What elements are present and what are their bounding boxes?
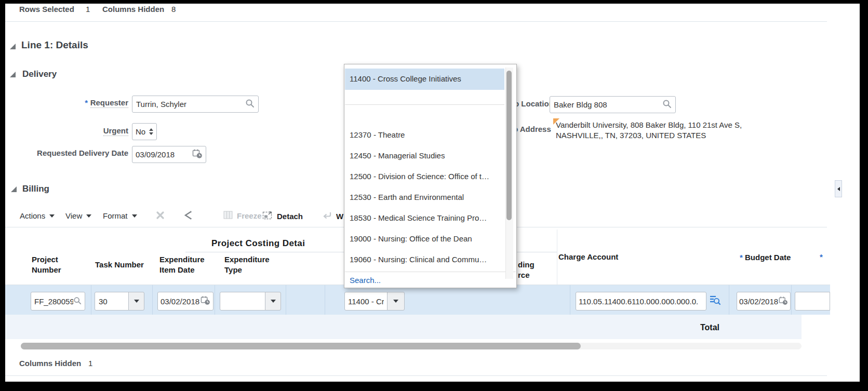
requested-delivery-date-input[interactable]: 03/09/2018 — [132, 146, 206, 163]
col-expenditure-item-date[interactable]: ExpenditureItem Date — [159, 254, 205, 275]
deliver-to-location-input[interactable]: Baker Bldg 808 — [550, 96, 676, 113]
columns-hidden-value: 8 — [171, 5, 176, 14]
collapse-triangle-icon[interactable] — [10, 44, 16, 49]
project-number-input[interactable]: FF_280059 — [31, 292, 85, 311]
charge-account-picker-icon[interactable] — [709, 294, 721, 308]
chevron-down-icon — [271, 300, 276, 303]
cell-border — [286, 285, 286, 315]
requester-label: * Requester — [31, 98, 128, 107]
detach-button[interactable]: Detach — [262, 211, 303, 222]
datetime-picker-icon[interactable] — [192, 149, 203, 160]
divider — [5, 375, 827, 376]
deliver-to-address-label-fragment: o Address — [513, 125, 551, 133]
delete-icon — [156, 211, 165, 222]
view-menu[interactable]: View — [65, 211, 91, 220]
deliver-to-location-label-fragment: o Location — [514, 99, 554, 108]
app-window: Rows Selected 1 Columns Hidden 8 Line 1:… — [0, 0, 868, 391]
search-icon[interactable] — [73, 296, 82, 306]
chevron-down-icon — [134, 300, 139, 303]
search-icon[interactable] — [662, 99, 672, 110]
footer-columns-hidden-value: 1 — [88, 359, 92, 368]
datetime-picker-icon[interactable] — [779, 296, 788, 307]
footer-columns-hidden-label: Columns Hidden — [19, 359, 81, 368]
organization-dropdown-list: 11400 - Cross College Initiatives 12370 … — [344, 64, 517, 288]
dropdown-item[interactable]: 11400 - Cross College Initiatives — [350, 74, 461, 83]
chevron-down-icon — [132, 214, 137, 218]
charge-account-input[interactable]: 110.05.11400.6110.000.000.000.0. — [576, 292, 706, 311]
dropdown-item[interactable]: 18530 - Medical Science Training Pro… — [350, 213, 487, 222]
dropdown-button[interactable] — [387, 292, 405, 311]
col-budget-date[interactable]: * Budget Date — [740, 252, 791, 263]
freeze-button: Freeze — [223, 211, 262, 221]
collapse-triangle-icon[interactable] — [11, 186, 17, 192]
spinner-arrows-icon[interactable] — [149, 128, 153, 135]
chevron-down-icon — [393, 300, 398, 303]
rows-selected-value: 1 — [86, 5, 90, 14]
cell-border — [91, 285, 91, 315]
deliver-to-address-value: Vanderbilt University, 808 Baker Bldg, 1… — [556, 120, 742, 141]
dropdown-item[interactable]: 19000 - Nursing: Office of the Dean — [350, 234, 472, 243]
detach-window-icon — [262, 211, 273, 222]
wrap-return-arrow-icon — [322, 211, 332, 221]
divider — [5, 21, 827, 22]
organization-combobox[interactable]: 11400 - Cr — [344, 292, 388, 311]
section-billing-title: Billing — [22, 184, 49, 194]
cell-border — [215, 285, 215, 315]
expenditure-type-combobox[interactable] — [220, 292, 265, 311]
dropdown-item[interactable]: 12530 - Earth and Environmental — [350, 193, 464, 201]
format-menu[interactable]: Format — [103, 211, 137, 220]
chevron-left-icon — [837, 187, 840, 191]
group-header-project-costing: Project Costing Detai — [211, 238, 305, 249]
dropdown-button[interactable] — [128, 292, 144, 311]
dropdown-item[interactable]: 12370 - Theatre — [350, 130, 405, 139]
dropdown-separator — [345, 272, 516, 272]
col-expenditure-type[interactable]: ExpenditureType — [224, 254, 270, 275]
column-border — [557, 230, 557, 285]
cell-border — [570, 285, 570, 315]
col-charge-account[interactable]: Charge Account — [558, 252, 618, 262]
datetime-picker-icon[interactable] — [201, 295, 210, 307]
task-number-combobox[interactable]: 30 — [95, 292, 129, 311]
cell-border — [729, 285, 729, 315]
required-asterisk: * — [740, 253, 743, 262]
dropdown-item[interactable]: 12500 - Division of Science: Office of t… — [350, 172, 489, 181]
section-line-details-title: Line 1: Details — [21, 39, 88, 51]
chevron-down-icon — [49, 214, 55, 218]
section-delivery-title: Delivery — [22, 69, 57, 79]
chevron-down-icon — [86, 214, 91, 218]
required-asterisk: * — [85, 98, 88, 107]
dropdown-search-link[interactable]: Search... — [350, 276, 381, 285]
col-project-number[interactable]: ProjectNumber — [32, 254, 61, 275]
col-funding-source-fragment[interactable]: dingrce — [518, 260, 535, 280]
col-task-number[interactable]: Task Number — [95, 260, 144, 270]
columns-hidden-label: Columns Hidden — [102, 5, 164, 14]
requested-delivery-date-label: Requested Delivery Date — [10, 149, 128, 157]
dropdown-separator — [345, 104, 504, 105]
dropdown-item[interactable]: 19060 - Nursing: Clinical and Commu… — [350, 255, 487, 264]
expenditure-item-date-input[interactable]: 03/02/2018 — [157, 292, 213, 311]
wrap-button-fragment[interactable]: W — [322, 211, 343, 221]
share-branch-icon[interactable] — [182, 210, 193, 223]
dropdown-item[interactable]: 12450 - Managerial Studies — [350, 151, 445, 160]
actions-menu[interactable]: Actions — [20, 211, 55, 220]
requester-input[interactable]: Turrin, Schyler — [132, 96, 259, 113]
search-icon[interactable] — [245, 99, 255, 110]
partial-input-cutoff[interactable] — [795, 292, 830, 311]
cell-border — [152, 285, 153, 315]
rows-selected-label: Rows Selected — [19, 5, 74, 14]
cell-border — [325, 285, 325, 315]
cell-border — [791, 285, 792, 315]
dropdown-button[interactable] — [265, 292, 281, 311]
urgent-label: Urgent — [31, 126, 128, 136]
urgent-select[interactable]: No — [132, 123, 157, 140]
splitter-collapse-button[interactable] — [835, 180, 842, 197]
budget-date-input[interactable]: 03/02/2018 — [737, 292, 791, 311]
required-asterisk: * — [820, 252, 823, 261]
dropdown-scrollbar-thumb[interactable] — [506, 71, 512, 220]
freeze-table-icon — [223, 211, 233, 221]
total-label: Total — [700, 323, 719, 332]
hscrollbar-thumb[interactable] — [21, 343, 581, 349]
total-row — [5, 315, 802, 339]
collapse-triangle-icon[interactable] — [10, 72, 16, 77]
